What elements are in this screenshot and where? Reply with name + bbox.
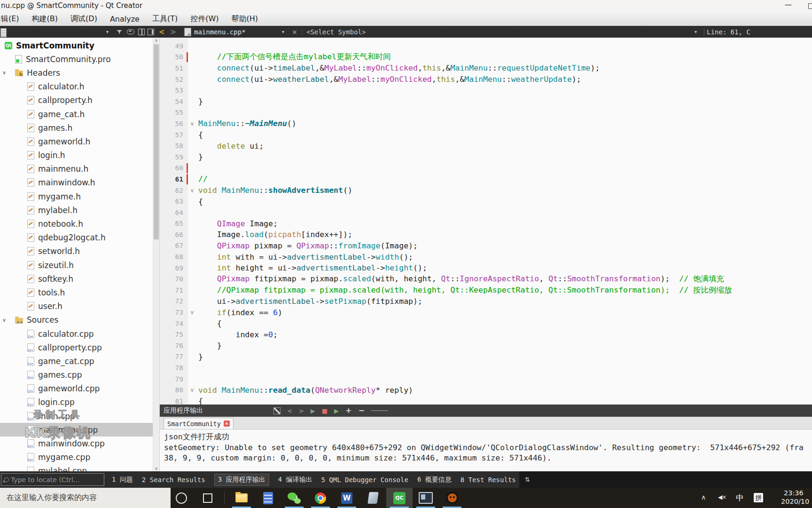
run-debug-icon[interactable]: ▶ (334, 408, 339, 414)
file-dropdown-icon[interactable]: ▾ (282, 29, 284, 34)
tree-item-login-h[interactable]: login.h (0, 149, 153, 162)
line-number[interactable]: 54 (160, 98, 186, 105)
tree-item-qdebug2logcat-h[interactable]: qdebug2logcat.h (0, 231, 153, 245)
taskbar-app-wechat[interactable] (281, 488, 307, 508)
menu-item-e[interactable]: 辑(E) (1, 14, 19, 24)
project-pane-dropdown-icon[interactable]: ▾ (106, 29, 109, 34)
line-number[interactable]: 80 (160, 386, 186, 394)
line-number[interactable]: 59 (160, 153, 186, 161)
sync-with-editor-icon[interactable] (127, 29, 134, 34)
tree-item-mainwindow-cpp[interactable]: mainwindow.cpp (0, 437, 153, 450)
line-number[interactable]: 76 (160, 342, 186, 349)
code-line[interactable]: void MainMenu::showAdvertisment() (198, 186, 352, 195)
line-number[interactable]: 61 (160, 175, 186, 183)
maximize-button[interactable] (808, 3, 812, 9)
tree-item-headers[interactable]: ∨Headers (0, 66, 153, 79)
code-line[interactable]: } (198, 352, 203, 361)
chevron-down-icon[interactable]: ∨ (2, 317, 6, 323)
open-file-tab[interactable]: mainmenu.cpp* (194, 28, 246, 36)
zoom-slider[interactable] (371, 410, 388, 411)
filter-icon[interactable] (117, 30, 122, 34)
line-number[interactable]: 53 (160, 87, 186, 94)
code-editor[interactable]: 4950 //下面两个信号槽是点击mylabel更新天气和时间51 connec… (160, 38, 812, 405)
tree-item-mainwindow-h[interactable]: mainwindow.h (0, 176, 153, 190)
taskbar-clock-date[interactable]: 2020/10 (781, 498, 809, 505)
taskbar-app-word[interactable] (334, 488, 360, 508)
tree-item-mainmenu-h[interactable]: mainmenu.h (0, 162, 153, 176)
line-number[interactable]: 65 (160, 220, 186, 227)
tree-item-games-h[interactable]: games.h (0, 121, 153, 135)
line-number[interactable]: 73 (160, 309, 186, 316)
fold-marker-icon[interactable]: ∨ (186, 120, 198, 127)
code-line[interactable]: MainMenu::~MainMenu() (198, 119, 297, 128)
menu-item-b[interactable]: 构建(B) (32, 14, 58, 24)
tree-item-callproperty-h[interactable]: callproperty.h (0, 94, 153, 107)
line-number[interactable]: 77 (160, 353, 186, 360)
code-line[interactable]: // (198, 175, 208, 183)
line-number[interactable]: 70 (160, 275, 186, 283)
tree-item-notebook-h[interactable]: notebook.h (0, 217, 153, 230)
tree-item-calculator-cpp[interactable]: calculator.cpp (0, 327, 153, 341)
zoom-in-icon[interactable]: + (345, 407, 351, 414)
tree-item-gameworld-h[interactable]: gameworld.h (0, 135, 153, 148)
code-line[interactable]: QPixmap pixmap = QPixmap::fromImage(Imag… (198, 241, 418, 250)
close-tab-icon[interactable]: × (224, 421, 230, 427)
taskbar-clock-time[interactable]: 23:36 (784, 489, 804, 497)
code-line[interactable]: { (198, 397, 203, 405)
code-line[interactable]: } (198, 97, 203, 106)
windows-search-box[interactable]: 在这里输入你要搜索的内容 (0, 488, 171, 508)
tree-item-game-cat-h[interactable]: game_cat.h (0, 107, 153, 121)
tree-scrollbar[interactable]: ∧ ∨ (153, 38, 160, 471)
code-line[interactable]: connect(ui->timeLabel,&MyLabel::myOnClic… (198, 64, 600, 72)
pane-updown-icon[interactable]: ⇅ (525, 476, 530, 483)
tree-item-mygame-cpp[interactable]: mygame.cpp (0, 451, 153, 464)
menu-item-d[interactable]: 调试(D) (70, 14, 97, 24)
ime-pinyin-indicator[interactable]: 拼 (754, 493, 763, 502)
tree-item-user-h[interactable]: user.h (0, 300, 153, 313)
line-number[interactable]: 63 (160, 198, 186, 205)
line-number[interactable]: 67 (160, 242, 186, 249)
fold-marker-icon[interactable]: ∨ (186, 187, 198, 194)
code-line[interactable]: int height = ui->advertismentLabel->heig… (198, 263, 427, 272)
code-line[interactable]: } (198, 341, 222, 350)
locate-input[interactable]: Type to locate (Ctrl... (1, 473, 104, 486)
code-line[interactable]: { (198, 197, 203, 206)
tree-item-setworld-h[interactable]: setworld.h (0, 245, 153, 258)
line-number[interactable]: 52 (160, 76, 186, 83)
tree-item-mylabel-cpp[interactable]: mylabel.cpp (0, 464, 153, 471)
code-line[interactable]: int with = ui->advertismentLabel->width(… (198, 253, 413, 262)
tree-item-gameworld-cpp[interactable]: gameworld.cpp (0, 382, 153, 396)
code-line[interactable]: } (198, 152, 203, 161)
line-number[interactable]: 71 (160, 286, 186, 294)
line-number[interactable]: 75 (160, 331, 186, 338)
line-number[interactable]: 78 (160, 364, 186, 372)
output-pane-tab-6[interactable]: 6 概要信息 (417, 476, 452, 484)
code-line[interactable]: { (198, 319, 222, 328)
tree-item-sizeutil-h[interactable]: sizeutil.h (0, 258, 153, 272)
application-output-console[interactable]: json文件打开成功setGeometry: Unable to set geo… (160, 429, 812, 471)
output-pane-tab-5-qml-debugger-console[interactable]: 5 QML Debugger Console (321, 476, 408, 484)
tree-item-mylabel-h[interactable]: mylabel.h (0, 203, 153, 217)
go-forward-icon[interactable]: > (170, 28, 176, 36)
line-number[interactable]: 49 (160, 42, 186, 50)
tree-item-smartcommunity-pro[interactable]: SmartCommunity.pro (0, 52, 153, 66)
line-number[interactable]: 55 (160, 109, 186, 116)
code-line[interactable]: ui->advertismentLabel->setPixmap(fitpixm… (198, 297, 422, 306)
code-line[interactable]: connect(ui->weatherLabel,&MyLabel::myOnC… (198, 75, 581, 84)
pane-list-icon[interactable] (0, 28, 7, 37)
code-line[interactable]: if(index == 6) (198, 308, 282, 317)
line-number[interactable]: 79 (160, 375, 186, 383)
taskbar-app-monitor-app[interactable] (413, 488, 439, 508)
output-pane-tab-1[interactable]: 1 问题 (112, 476, 133, 484)
line-number[interactable]: 68 (160, 253, 186, 261)
line-number[interactable]: 69 (160, 264, 186, 272)
volume-muted-icon[interactable]: ◀× (718, 494, 726, 500)
code-line[interactable]: void MainMenu::read_data(QNetworkReply* … (198, 386, 413, 395)
forward-icon[interactable]: > (299, 408, 304, 414)
fold-marker-icon[interactable]: ∨ (186, 387, 198, 393)
line-number[interactable]: 57 (160, 131, 186, 139)
clear-output-icon[interactable] (273, 407, 281, 414)
code-line[interactable]: Image.load(picpath[index++]); (198, 230, 352, 239)
line-number[interactable]: 58 (160, 142, 186, 150)
tree-item-login-cpp[interactable]: login.cpp (0, 396, 153, 409)
